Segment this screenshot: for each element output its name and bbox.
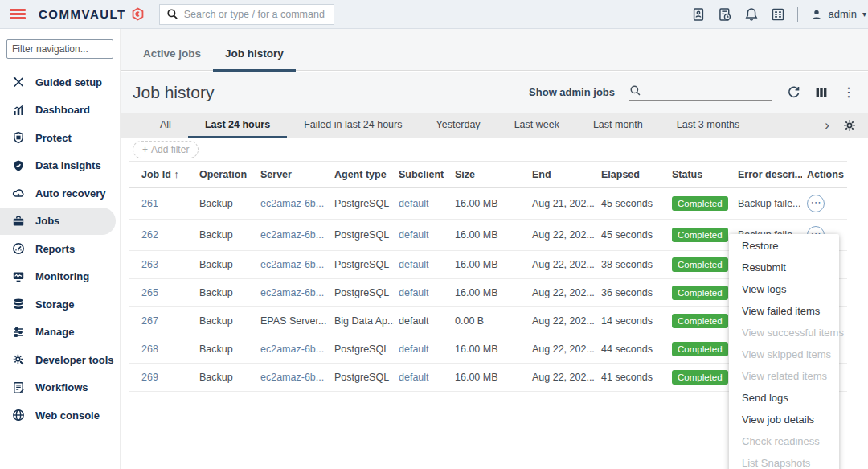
topbar-divider — [797, 7, 798, 22]
server-link[interactable]: ec2amaz-6b... — [260, 287, 324, 298]
size-text: 16.00 MB — [455, 198, 498, 209]
subclient: default — [394, 251, 450, 279]
column-header-actions[interactable]: Actions — [802, 162, 847, 188]
job-id-link[interactable]: 263 — [141, 259, 158, 270]
menu-item-restore[interactable]: Restore — [729, 235, 839, 257]
subclient-link[interactable]: default — [399, 287, 429, 298]
kebab-menu-icon[interactable]: ⋮ — [842, 87, 855, 98]
subclient: default — [394, 188, 450, 220]
sidebar-item-storage[interactable]: Storage — [0, 290, 120, 319]
tab-job-history[interactable]: Job history — [213, 47, 296, 72]
document-icon[interactable] — [691, 7, 706, 22]
subclient-link[interactable]: default — [399, 229, 429, 241]
user-menu[interactable]: admin ▾ — [810, 8, 866, 21]
filter-tab-all[interactable]: All — [143, 113, 188, 138]
sidebar-item-dashboard[interactable]: Dashboard — [0, 97, 120, 125]
job-id-link[interactable]: 269 — [141, 372, 158, 383]
menu-item-view-skipped-items: View skipped items — [729, 344, 839, 365]
filter-tab-last-month[interactable]: Last month — [576, 113, 660, 138]
server-link[interactable]: ec2amaz-6b... — [260, 372, 324, 383]
sidebar-item-web-console[interactable]: Web console — [0, 401, 120, 430]
subclient-link[interactable]: default — [399, 372, 429, 383]
filter-tab-last-3-months[interactable]: Last 3 months — [660, 113, 757, 138]
chevron-right-icon[interactable]: › — [825, 118, 829, 134]
sidebar-item-label: Reports — [35, 243, 75, 255]
subclient-link[interactable]: default — [399, 344, 429, 355]
sidebar-item-data-insights[interactable]: Data Insights — [0, 152, 120, 180]
subclient-link[interactable]: default — [399, 198, 429, 209]
job-id-link[interactable]: 261 — [141, 198, 158, 209]
server-link[interactable]: ec2amaz-6b... — [260, 229, 324, 241]
menu-item-view-job-details[interactable]: View job details — [729, 409, 839, 430]
filter-tab-failed-in-last-24-hours[interactable]: Failed in last 24 hours — [287, 113, 419, 138]
status-badge: Completed — [672, 370, 728, 385]
bell-icon[interactable] — [744, 7, 759, 22]
sidebar-item-developer-tools[interactable]: Developer tools — [0, 346, 120, 374]
command-search[interactable] — [159, 4, 334, 25]
sidebar-filter-input[interactable] — [6, 39, 113, 59]
command-search-input[interactable] — [184, 9, 327, 20]
menu-item-view-logs[interactable]: View logs — [729, 278, 839, 300]
elapsed-text: 45 seconds — [601, 229, 653, 241]
job-id-link[interactable]: 262 — [141, 229, 158, 241]
sidebar-item-auto-recovery[interactable]: Auto recovery — [0, 179, 120, 208]
sidebar-item-label: Manage — [35, 326, 74, 338]
table-search-input[interactable] — [629, 84, 772, 101]
ellipsis-action-icon[interactable]: ⋯ — [807, 195, 825, 212]
column-header-server[interactable]: Server — [256, 162, 330, 188]
show-admin-jobs-button[interactable]: Show admin jobs — [529, 86, 615, 98]
actions: ⋯ — [802, 188, 847, 220]
operation-text: Backup — [199, 259, 233, 270]
server-link[interactable]: ec2amaz-6b... — [260, 344, 324, 355]
menu-item-send-logs[interactable]: Send logs — [729, 387, 839, 409]
apps-grid-icon[interactable] — [771, 7, 785, 22]
row-context-menu: RestoreResubmitView logsView failed item… — [729, 234, 839, 469]
subclient: default — [394, 279, 450, 307]
job-id-link[interactable]: 268 — [141, 344, 158, 355]
sidebar-item-reports[interactable]: Reports — [0, 235, 120, 263]
job-id-link[interactable]: 265 — [141, 287, 158, 298]
add-filter-button[interactable]: + Add filter — [133, 141, 199, 158]
column-header-subclient[interactable]: Subclient — [394, 162, 450, 188]
gear-icon[interactable] — [843, 119, 856, 132]
filter-tab-last-week[interactable]: Last week — [497, 113, 576, 138]
sidebar-item-manage[interactable]: Manage — [0, 319, 120, 347]
sidebar-item-monitoring[interactable]: Monitoring — [0, 263, 120, 291]
menu-item-view-failed-items[interactable]: View failed items — [729, 300, 839, 322]
column-header-agent-type[interactable]: Agent type — [330, 162, 394, 188]
server-link[interactable]: ec2amaz-6b... — [260, 198, 324, 209]
operation: Backup — [194, 279, 256, 307]
status: Completed — [667, 188, 733, 220]
refresh-icon[interactable] — [787, 85, 800, 99]
column-header-error-descri[interactable]: Error descri... — [733, 162, 802, 188]
column-header-end[interactable]: End — [527, 162, 596, 188]
columns-icon[interactable] — [815, 86, 828, 99]
job-id-link[interactable]: 267 — [141, 315, 158, 327]
sidebar-item-guided-setup[interactable]: Guided setup — [0, 68, 120, 97]
subclient-link[interactable]: default — [399, 259, 429, 270]
filter-tab-last-24-hours[interactable]: Last 24 hours — [188, 113, 287, 138]
tab-active-jobs[interactable]: Active jobs — [131, 47, 213, 72]
sidebar-item-protect[interactable]: Protect — [0, 124, 120, 152]
column-header-operation[interactable]: Operation — [194, 162, 256, 188]
table-row: 261Backupec2amaz-6b...PostgreSQLdefault1… — [129, 188, 847, 220]
server-link[interactable]: ec2amaz-6b... — [260, 259, 324, 270]
filter-tab-yesterday[interactable]: Yesterday — [419, 113, 497, 138]
column-header-job-id[interactable]: Job Id ↑ — [129, 162, 194, 188]
operation: Backup — [194, 188, 256, 220]
job-id: 269 — [129, 364, 194, 392]
column-header-size[interactable]: Size — [450, 162, 527, 188]
sidebar-item-label: Monitoring — [35, 270, 89, 282]
subclient: default — [394, 307, 450, 335]
sidebar-item-jobs[interactable]: Jobs — [0, 208, 116, 236]
size: 0.00 B — [450, 307, 527, 335]
schedule-icon[interactable] — [718, 7, 732, 22]
cloud-recovery-icon — [12, 187, 25, 200]
hamburger-icon[interactable] — [10, 9, 26, 19]
column-header-elapsed[interactable]: Elapsed — [596, 162, 667, 188]
column-header-status[interactable]: Status — [667, 162, 733, 188]
error-description-text: Backup faile... — [738, 198, 801, 209]
menu-item-resubmit[interactable]: Resubmit — [729, 257, 839, 278]
sidebar-item-workflows[interactable]: Workflows — [0, 374, 120, 402]
job-tabs: Active jobsJob history — [121, 29, 868, 71]
